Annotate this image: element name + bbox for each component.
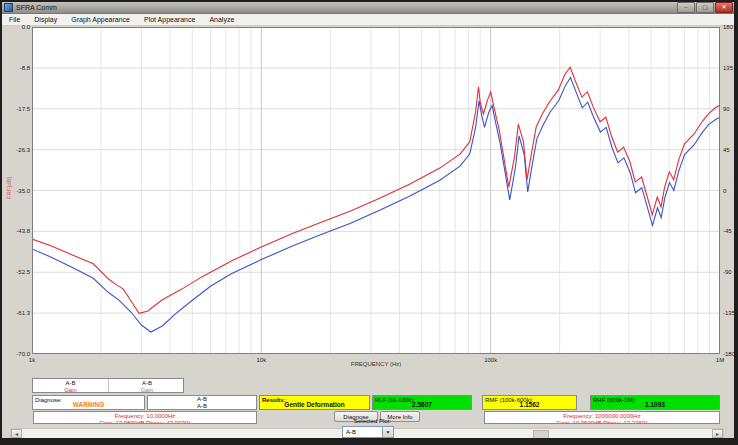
menu-item-display[interactable]: Display [27, 14, 64, 25]
metric-rhf-box: RHF (600k-1M): 1.1093 [590, 395, 720, 410]
close-button[interactable]: ✕ [715, 2, 733, 13]
legend-box: A-B Gain A-B Gain [32, 378, 184, 393]
cursor-left-gain-phase: Gain: 13.9890dB Phase: 43.0930° [34, 420, 256, 425]
window-client-area: SFRA Comm – ▢ ✕ FileDisplayGraph Appeara… [2, 2, 734, 438]
x-axis-title: FREQUENCY (Hz) [32, 361, 720, 367]
selected-plot-label: Selected Plot: [354, 418, 391, 424]
diagnose-status-box: Diagnose: WARNING [32, 395, 145, 410]
menu-item-plot-appearance[interactable]: Plot Appearance [137, 14, 202, 25]
maximize-button[interactable]: ▢ [696, 2, 714, 13]
x-axis-tick-label: 10k [251, 357, 271, 364]
metric-rmf-value: 1.1562 [483, 401, 576, 408]
metric-rhf-value: 1.1093 [591, 401, 719, 408]
scroll-left-arrow-icon[interactable]: ◄ [11, 429, 22, 438]
legend-signal-name: Gain [33, 387, 108, 393]
window-frame-bottom [0, 438, 738, 445]
results-value: Gentle Deformation [260, 401, 369, 408]
app-icon [4, 3, 13, 12]
left-axis-tick-label: -52.5 [6, 269, 30, 276]
scroll-right-arrow-icon[interactable]: ► [712, 429, 723, 438]
menu-item-analyze[interactable]: Analyze [202, 14, 241, 25]
left-axis-tick-label: -61.3 [6, 310, 30, 317]
legend-plot-name: A-B [109, 380, 184, 387]
left-axis-tick-label: -8.8 [6, 65, 30, 72]
x-axis-tick-label: 1k [22, 357, 42, 364]
legend-plot-name: A-B [33, 380, 108, 387]
menu-item-graph-appearance[interactable]: Graph Appearance [64, 14, 137, 25]
legend-plot-1[interactable]: A-B Gain [33, 379, 109, 392]
plot-pair-box: A-B A-B [147, 395, 257, 410]
cursor-readout-left: Frequency: 10.0000Hz Gain: 13.9890dB Pha… [33, 411, 257, 424]
results-box: Results: Gentle Deformation [259, 395, 370, 410]
left-axis-tick-label: -17.5 [6, 106, 30, 113]
left-axis-tick-label: 0.0 [6, 24, 30, 31]
plot-canvas[interactable] [32, 27, 720, 354]
cursor-right-gain-phase: Gain: 10.0600dB Phase: 13.2260° [485, 420, 719, 425]
legend-signal-name: Gain [109, 387, 184, 393]
window-frame-right [734, 0, 738, 445]
cursor-readout-right: Frequency: 1000000.0000Hz Gain: 10.0600d… [484, 411, 720, 424]
selected-plot-value: A-B [346, 429, 356, 435]
pair-line-2: A-B [197, 403, 207, 409]
chevron-down-icon[interactable]: ▼ [382, 427, 393, 437]
application-window: SFRA Comm – ▢ ✕ FileDisplayGraph Appeara… [0, 0, 738, 445]
x-axis-tick-label: 100k [481, 357, 501, 364]
selected-plot-dropdown[interactable]: A-B ▼ [342, 426, 394, 438]
legend-plot-2[interactable]: A-B Gain [109, 379, 184, 392]
window-title: SFRA Comm [16, 3, 677, 13]
metric-rlf-value: 2.5607 [373, 401, 471, 408]
left-axis-tick-label: -43.8 [6, 228, 30, 235]
metric-rlf-box: RLF (1k-100k): 2.5607 [372, 395, 472, 410]
minimize-button[interactable]: – [677, 2, 695, 13]
pair-line-1: A-B [197, 396, 207, 402]
left-axis-tick-label: -35.0 [6, 188, 30, 195]
metric-rmf-box: RMF (100k-600k): 1.1562 [482, 395, 577, 410]
diagnose-value: WARNING [33, 401, 144, 408]
left-axis-tick-label: -26.3 [6, 147, 30, 154]
title-bar[interactable]: SFRA Comm – ▢ ✕ [2, 2, 734, 14]
x-axis-tick-label: 1M [710, 357, 730, 364]
menu-bar: FileDisplayGraph AppearancePlot Appearan… [2, 14, 734, 26]
